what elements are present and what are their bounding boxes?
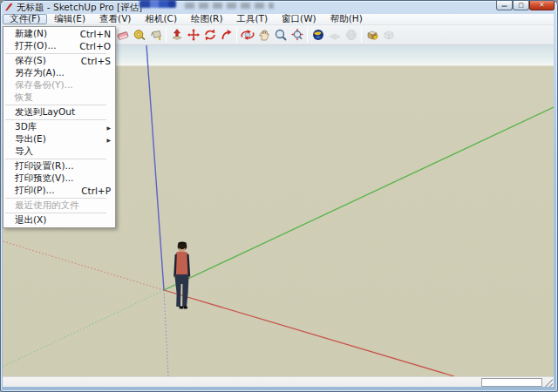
titlebar: 无标题 - SketchUp Pro [评估] — ▢ ✕ <box>0 0 558 14</box>
file-menu-item[interactable]: 保存(S) Ctrl+S ▶ <box>3 55 115 67</box>
push-pull-icon <box>170 28 184 42</box>
pan-icon <box>257 28 271 42</box>
zoom-extents-tool-button[interactable] <box>289 26 305 44</box>
file-menu-item-label: 保存备份(Y)... <box>15 79 73 91</box>
menubar-item-label: 查看(V) <box>99 13 131 25</box>
move-tool-button[interactable] <box>185 26 201 44</box>
file-menu-item-label: 退出(X) <box>15 214 46 226</box>
menubar-item-label: 绘图(R) <box>191 13 223 25</box>
file-menu-item[interactable]: 新建(N) Ctrl+N ▶ <box>3 28 115 40</box>
toolbar-separator <box>361 28 362 43</box>
menubar-item[interactable]: 文件(F) <box>3 14 47 24</box>
toolbar-separator <box>307 28 308 43</box>
file-menu-item-label: 打印设置(R)... <box>15 160 74 172</box>
menubar-item[interactable]: 工具(T) <box>229 14 275 24</box>
menubar-item-label: 窗口(W) <box>282 13 316 25</box>
file-menu-item[interactable]: 3D库 ▶ <box>3 121 115 133</box>
axis-green <box>164 107 554 290</box>
file-menu-item[interactable]: 打印预览(V)... ▶ <box>3 172 115 185</box>
tape-measure-tool-button[interactable] <box>131 26 147 44</box>
file-menu-item[interactable]: 另存为(A)... ▶ <box>3 67 115 79</box>
close-button[interactable]: ✕ <box>529 1 555 10</box>
menubar-item-label: 相机(C) <box>145 13 177 25</box>
sketchup-app-icon <box>4 3 13 11</box>
file-menu-item-label: 打开(O)... <box>15 40 56 52</box>
axis-red-dotted <box>3 241 164 290</box>
menubar-item-label: 帮助(H) <box>330 13 363 25</box>
photo-textures-globe-icon <box>344 28 358 42</box>
menubar-item-label: 工具(T) <box>236 13 268 25</box>
toggle-terrain-button[interactable] <box>326 26 343 44</box>
submenu-arrow-icon: ▶ <box>106 137 111 143</box>
menubar-item[interactable]: 帮助(H) <box>323 14 370 24</box>
orbit-icon <box>241 28 255 42</box>
file-menu-item[interactable]: 打印设置(R)... ▶ <box>3 160 115 172</box>
axis-blue <box>146 45 164 290</box>
file-menu-item[interactable]: 最近使用的文件 ▶ <box>3 199 115 212</box>
menubar: 文件(F) 编辑(E) 查看(V) 相机(C) 绘图(R) 工具(T) 窗口 <box>3 14 554 25</box>
measurements-input[interactable] <box>481 378 542 387</box>
minimize-icon: — <box>497 1 512 12</box>
toolbar-separator <box>166 28 167 43</box>
orbit-tool-button[interactable] <box>239 26 255 44</box>
photo-textures-button[interactable] <box>343 26 359 44</box>
resize-grip[interactable] <box>543 377 553 387</box>
minimize-button[interactable]: — <box>496 1 513 10</box>
eraser-icon <box>116 28 130 42</box>
file-menu-item-label: 导入 <box>15 145 33 158</box>
file-menu-item[interactable]: 导出(E) ▶ <box>3 133 115 145</box>
maximize-button[interactable]: ▢ <box>513 1 529 10</box>
file-menu-item[interactable]: 打印(P)... Ctrl+P ▶ <box>3 185 115 197</box>
axis-blue-dotted <box>164 290 168 376</box>
redacted-watermark-blue <box>140 0 176 8</box>
file-menu: 新建(N) Ctrl+N ▶ 打开(O)... Ctrl+O ▶ ▶ 保存(S)… <box>3 26 116 228</box>
paint-bucket-tool-button[interactable] <box>147 26 164 44</box>
file-menu-item-shortcut: Ctrl+P <box>74 186 111 196</box>
file-menu-item-label: 打印(P)... <box>15 185 55 197</box>
eraser-tool-button[interactable] <box>114 26 131 44</box>
share-model-button[interactable] <box>380 26 397 44</box>
menubar-item[interactable]: 相机(C) <box>138 14 184 24</box>
close-icon: ✕ <box>530 1 554 10</box>
file-menu-item[interactable]: 恢复 ▶ <box>3 91 115 104</box>
menubar-item[interactable]: 查看(V) <box>92 14 138 24</box>
redacted-watermark-gray <box>185 3 274 9</box>
file-menu-item[interactable]: 发送到LayOut ▶ <box>3 106 115 118</box>
share-model-icon <box>382 28 396 42</box>
menubar-item[interactable]: 窗口(W) <box>275 14 323 24</box>
tape-measure-icon <box>133 28 146 42</box>
menubar-item-label: 编辑(E) <box>54 13 85 25</box>
follow-me-tool-button[interactable] <box>218 26 235 44</box>
get-models-button[interactable] <box>364 26 380 44</box>
move-icon <box>187 28 201 42</box>
zoom-extents-icon <box>290 28 304 42</box>
file-menu-item[interactable]: 导入 ▶ <box>3 145 115 158</box>
pan-tool-button[interactable] <box>255 26 272 44</box>
file-menu-item-label: 打印预览(V)... <box>15 172 73 185</box>
menubar-item[interactable]: 绘图(R) <box>184 14 230 24</box>
file-menu-item-label: 3D库 <box>15 121 37 133</box>
menubar-item[interactable]: 编辑(E) <box>47 14 92 24</box>
toolbar-separator <box>236 28 237 43</box>
file-menu-item[interactable]: 退出(X) ▶ <box>3 214 115 226</box>
person-figure[interactable] <box>174 241 190 308</box>
file-menu-item-shortcut: Ctrl+N <box>73 29 111 39</box>
file-menu-item-label: 保存(S) <box>15 55 46 67</box>
file-menu-item[interactable]: 打开(O)... Ctrl+O ▶ <box>3 40 115 52</box>
file-menu-item[interactable]: 保存备份(Y)... ▶ <box>3 79 115 91</box>
zoom-tool-button[interactable] <box>272 26 289 44</box>
add-location-button[interactable] <box>310 26 326 44</box>
rotate-tool-button[interactable] <box>201 26 218 44</box>
sketchup-window: 无标题 - SketchUp Pro [评估] — ▢ ✕ 文件(F) 编辑(E… <box>0 0 558 392</box>
rotate-icon <box>203 28 217 42</box>
paint-bucket-icon <box>149 28 163 42</box>
add-location-globe-icon <box>311 28 325 42</box>
statusbar <box>3 376 554 387</box>
menubar-item-label: 文件(F) <box>10 13 40 25</box>
toggle-terrain-icon <box>328 28 342 42</box>
file-menu-item-shortcut: Ctrl+O <box>72 41 111 51</box>
push-pull-tool-button[interactable] <box>168 26 185 44</box>
file-menu-item-label: 恢复 <box>15 91 33 104</box>
file-menu-item-label: 另存为(A)... <box>15 67 65 79</box>
maximize-icon: ▢ <box>514 1 528 10</box>
